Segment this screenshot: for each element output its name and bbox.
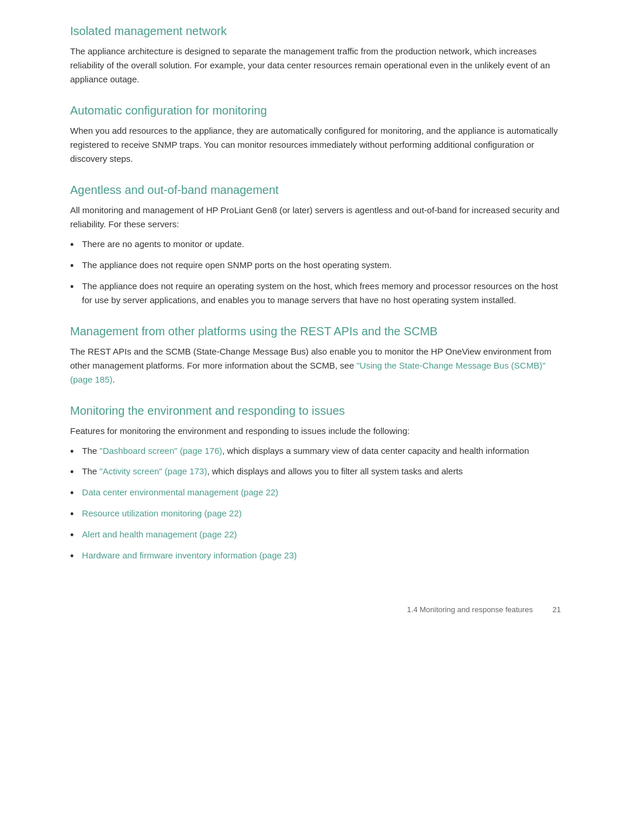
page-content: Isolated management network The applianc… bbox=[0, 0, 631, 661]
list-item-activity: The "Activity screen" (page 173), which … bbox=[70, 464, 561, 481]
body-monitoring-intro: Features for monitoring the environment … bbox=[70, 424, 561, 438]
list-item: The appliance does not require open SNMP… bbox=[70, 258, 561, 275]
heading-automatic-config: Automatic configuration for monitoring bbox=[70, 103, 561, 118]
link-resource-util[interactable]: Resource utilization monitoring (page 22… bbox=[82, 506, 241, 520]
section-agentless: Agentless and out-of-band management All… bbox=[70, 182, 561, 307]
section-isolated-management: Isolated management network The applianc… bbox=[70, 23, 561, 86]
section-monitoring: Monitoring the environment and respondin… bbox=[70, 403, 561, 565]
list-item: There are no agents to monitor or update… bbox=[70, 237, 561, 254]
section-rest-apis: Management from other platforms using th… bbox=[70, 324, 561, 387]
list-agentless: There are no agents to monitor or update… bbox=[70, 237, 561, 307]
body-rest-apis: The REST APIs and the SCMB (State-Change… bbox=[70, 345, 561, 387]
heading-isolated-management: Isolated management network bbox=[70, 23, 561, 39]
list-item-datacenter-env: Data center environmental management (pa… bbox=[70, 485, 561, 502]
list-item-alert-health: Alert and health management (page 22) bbox=[70, 527, 561, 544]
page-footer: 1.4 Monitoring and response features 21 bbox=[70, 599, 561, 614]
heading-rest-apis: Management from other platforms using th… bbox=[70, 324, 561, 339]
link-datacenter-env[interactable]: Data center environmental management (pa… bbox=[82, 485, 278, 499]
list-item-resource-util: Resource utilization monitoring (page 22… bbox=[70, 506, 561, 523]
footer-section-label: 1.4 Monitoring and response features bbox=[407, 605, 533, 614]
list-item-hardware-firmware: Hardware and firmware inventory informat… bbox=[70, 549, 561, 565]
heading-monitoring: Monitoring the environment and respondin… bbox=[70, 403, 561, 418]
body-agentless: All monitoring and management of HP ProL… bbox=[70, 203, 561, 231]
body-rest-apis-text2: . bbox=[113, 374, 115, 384]
footer-page-number: 21 bbox=[553, 605, 561, 614]
body-automatic-config: When you add resources to the appliance,… bbox=[70, 124, 561, 166]
list-monitoring: The "Dashboard screen" (page 176), which… bbox=[70, 444, 561, 565]
link-dashboard-screen[interactable]: "Dashboard screen" (page 176) bbox=[99, 446, 222, 456]
body-isolated-management: The appliance architecture is designed t… bbox=[70, 44, 561, 86]
link-hardware-firmware[interactable]: Hardware and firmware inventory informat… bbox=[82, 549, 297, 563]
list-item: The appliance does not require an operat… bbox=[70, 279, 561, 307]
link-activity-screen[interactable]: "Activity screen" (page 173) bbox=[99, 466, 207, 476]
section-automatic-config: Automatic configuration for monitoring W… bbox=[70, 103, 561, 166]
link-alert-health[interactable]: Alert and health management (page 22) bbox=[82, 527, 237, 542]
list-item-dashboard: The "Dashboard screen" (page 176), which… bbox=[70, 444, 561, 460]
heading-agentless: Agentless and out-of-band management bbox=[70, 182, 561, 197]
